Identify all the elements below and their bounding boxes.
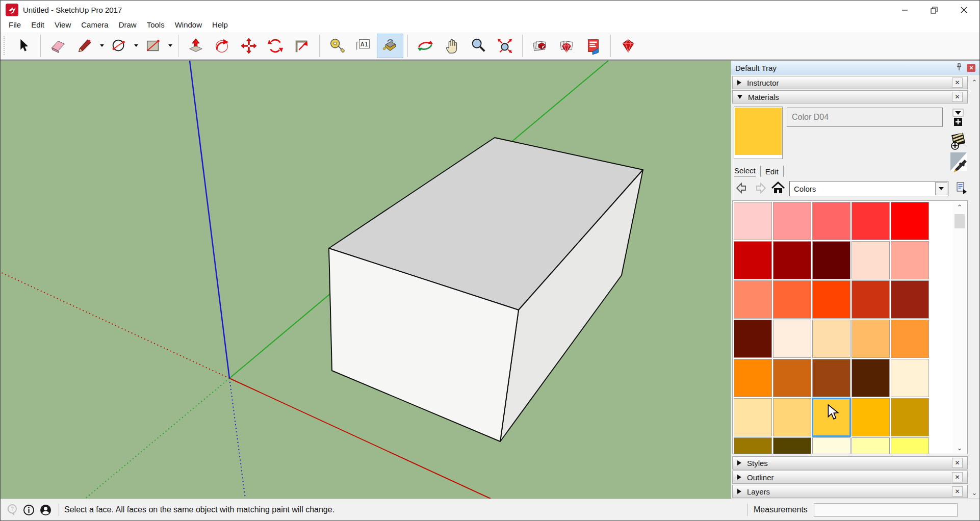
color-swatch[interactable] bbox=[891, 202, 929, 240]
color-swatch[interactable] bbox=[812, 359, 850, 397]
forward-button[interactable] bbox=[754, 181, 767, 197]
tray-close-button[interactable] bbox=[967, 64, 975, 72]
scroll-up-icon[interactable]: ⌃ bbox=[953, 202, 966, 212]
panel-header-layers[interactable]: Layers ✕ bbox=[732, 485, 968, 498]
color-swatch[interactable] bbox=[812, 437, 850, 454]
color-swatch[interactable] bbox=[891, 437, 929, 454]
panel-header-materials[interactable]: Materials ✕ bbox=[732, 90, 968, 103]
color-swatch[interactable] bbox=[891, 241, 929, 279]
share-component-button[interactable] bbox=[580, 34, 606, 58]
color-swatch[interactable] bbox=[852, 359, 890, 397]
color-swatch[interactable] bbox=[773, 398, 811, 436]
follow-me-tool-button[interactable] bbox=[209, 34, 236, 58]
restore-button[interactable] bbox=[919, 1, 949, 19]
color-swatch[interactable] bbox=[734, 398, 772, 436]
offset-tool-button[interactable] bbox=[289, 34, 315, 58]
select-tool-button[interactable] bbox=[10, 34, 36, 58]
color-swatch[interactable] bbox=[734, 320, 772, 358]
eraser-tool-button[interactable] bbox=[45, 34, 71, 58]
info-icon[interactable] bbox=[23, 504, 35, 516]
tab-select[interactable]: Select bbox=[734, 166, 756, 176]
move-tool-button[interactable] bbox=[236, 34, 262, 58]
menu-item[interactable]: View bbox=[49, 19, 76, 30]
zoom-tool-button[interactable] bbox=[465, 34, 492, 58]
color-swatch[interactable] bbox=[812, 202, 850, 240]
panel-header-outliner[interactable]: Outliner ✕ bbox=[732, 471, 968, 484]
color-swatch[interactable] bbox=[734, 241, 772, 279]
color-swatch[interactable] bbox=[891, 398, 929, 436]
viewport-canvas[interactable] bbox=[1, 61, 731, 499]
color-swatch[interactable] bbox=[734, 202, 772, 240]
details-button[interactable] bbox=[956, 181, 970, 197]
color-swatch[interactable] bbox=[773, 359, 811, 397]
arc-tool-button[interactable] bbox=[106, 34, 132, 58]
paint-bucket-tool-button[interactable] bbox=[377, 34, 403, 58]
menu-item[interactable]: Help bbox=[207, 19, 233, 30]
scroll-up-icon[interactable]: ⌃ bbox=[969, 77, 979, 87]
color-swatch[interactable] bbox=[773, 320, 811, 358]
panel-close-button[interactable]: ✕ bbox=[952, 77, 963, 88]
color-swatch[interactable] bbox=[852, 320, 890, 358]
menu-item[interactable]: Draw bbox=[114, 19, 142, 30]
in-model-home-button[interactable] bbox=[771, 181, 785, 197]
material-name-field[interactable] bbox=[787, 108, 943, 127]
tape-measure-tool-button[interactable] bbox=[324, 34, 350, 58]
scroll-down-icon[interactable]: ⌄ bbox=[953, 442, 966, 453]
panel-close-button[interactable]: ✕ bbox=[952, 458, 963, 468]
panel-header-instructor[interactable]: Instructor ✕ bbox=[732, 76, 968, 89]
shapes-tool-dropdown[interactable] bbox=[166, 34, 174, 58]
panel-close-button[interactable]: ✕ bbox=[952, 486, 963, 497]
orbit-tool-button[interactable] bbox=[412, 34, 439, 58]
color-swatch[interactable] bbox=[852, 202, 890, 240]
color-swatch[interactable] bbox=[773, 280, 811, 319]
sample-paint-eyedropper-icon[interactable] bbox=[952, 159, 968, 177]
menu-item[interactable]: Tools bbox=[142, 19, 170, 30]
measurements-input[interactable] bbox=[814, 503, 958, 517]
color-swatch[interactable] bbox=[891, 280, 929, 319]
get-models-button[interactable] bbox=[527, 34, 553, 58]
line-tool-button[interactable] bbox=[71, 34, 98, 58]
color-swatch[interactable] bbox=[773, 202, 811, 240]
color-swatch[interactable] bbox=[812, 320, 850, 358]
color-swatch[interactable] bbox=[812, 280, 850, 319]
menu-item[interactable]: File bbox=[4, 19, 26, 30]
collection-dropdown[interactable]: Colors bbox=[789, 181, 948, 196]
panel-close-button[interactable]: ✕ bbox=[952, 472, 963, 482]
pin-icon[interactable] bbox=[956, 63, 963, 73]
color-swatch[interactable] bbox=[734, 437, 772, 454]
push-pull-tool-button[interactable] bbox=[183, 34, 209, 58]
zoom-extents-tool-button[interactable] bbox=[492, 34, 518, 58]
color-swatch[interactable] bbox=[852, 241, 890, 279]
minimize-button[interactable] bbox=[890, 1, 919, 19]
tab-edit[interactable]: Edit bbox=[765, 167, 779, 176]
color-swatch[interactable] bbox=[891, 359, 929, 397]
scrollbar-thumb[interactable] bbox=[955, 214, 965, 228]
account-icon[interactable] bbox=[40, 504, 51, 516]
color-swatch[interactable] bbox=[852, 280, 890, 319]
pan-tool-button[interactable] bbox=[439, 34, 465, 58]
color-swatch[interactable] bbox=[773, 437, 811, 454]
panel-header-styles[interactable]: Styles ✕ bbox=[732, 456, 968, 470]
arc-tool-dropdown[interactable] bbox=[132, 34, 140, 58]
color-swatch[interactable] bbox=[812, 241, 850, 279]
menu-item[interactable]: Edit bbox=[26, 19, 49, 30]
hint-balloon-icon[interactable]: ? bbox=[7, 504, 18, 516]
color-swatch[interactable] bbox=[852, 437, 890, 454]
panel-close-button[interactable]: ✕ bbox=[952, 92, 963, 102]
extension-warehouse-button[interactable] bbox=[615, 34, 641, 58]
color-swatch[interactable] bbox=[734, 280, 772, 319]
shapes-tool-button[interactable] bbox=[140, 34, 166, 58]
share-model-button[interactable] bbox=[553, 34, 580, 58]
line-tool-dropdown[interactable] bbox=[98, 34, 106, 58]
color-swatch[interactable] bbox=[891, 320, 929, 358]
scroll-down-icon[interactable]: ⌄ bbox=[969, 487, 979, 498]
secondary-pane-button[interactable] bbox=[951, 108, 965, 131]
back-button[interactable] bbox=[735, 181, 749, 197]
tray-scrollbar[interactable]: ⌃ ⌄ bbox=[969, 76, 979, 499]
menu-item[interactable]: Camera bbox=[76, 19, 113, 30]
rotate-tool-button[interactable] bbox=[262, 34, 289, 58]
color-swatch[interactable] bbox=[734, 359, 772, 397]
dropdown-arrow-icon[interactable] bbox=[935, 182, 947, 195]
color-swatch[interactable] bbox=[773, 241, 811, 279]
menu-item[interactable]: Window bbox=[170, 19, 207, 30]
